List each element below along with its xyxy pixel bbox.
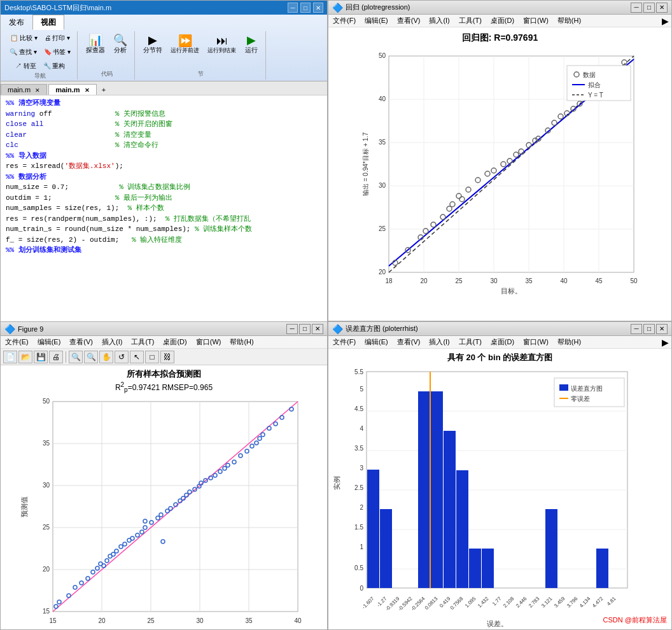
tab1-close[interactable]: ✕ (35, 87, 40, 94)
refactor-button[interactable]: 🔧 重构 (41, 60, 68, 72)
separator (66, 351, 66, 363)
fig9-rotate[interactable]: ↺ (115, 351, 129, 363)
fig9-new[interactable]: 📄 (3, 351, 17, 363)
fig9-brush[interactable]: □ (145, 351, 159, 363)
editor-window-controls: ─ □ ✕ (288, 3, 323, 13)
ribbon-tab-publish[interactable]: 发布 (1, 15, 32, 30)
svg-text:0.5: 0.5 (354, 564, 363, 571)
add-tab-button[interactable]: + (98, 85, 109, 95)
fig9-menu-insert[interactable]: 插入(I) (100, 337, 124, 347)
fig9-menu-desktop[interactable]: 桌面(D) (161, 337, 188, 347)
svg-text:20: 20 (378, 269, 386, 276)
bookmark-button[interactable]: 🔖 书签 ▾ (41, 46, 74, 58)
fig9-zoom-out[interactable]: 🔍 (84, 351, 98, 363)
code-line-6: %% 导入数据 (6, 151, 322, 162)
svg-text:误差直方图: 误差直方图 (571, 385, 603, 392)
fig9-chart-title: 所有样本拟合预测图 (127, 368, 201, 380)
svg-text:-0.2564: -0.2564 (410, 596, 426, 612)
analyze-button[interactable]: 🔍 分析 (110, 32, 130, 57)
fig9-menu-bar: 文件(E) 编辑(E) 查看(V) 插入(I) 工具(T) 桌面(D) 窗口(W… (1, 336, 327, 349)
close-button[interactable]: ✕ (313, 3, 323, 13)
fig9-chart-area: 所有样本拟合预测图 R2p=0.97421 RMSEP=0.965 (1, 365, 327, 628)
fig9-close[interactable]: ✕ (312, 324, 323, 334)
hist-menu-help[interactable]: 帮助(H) (556, 337, 583, 347)
fig9-menu-tools[interactable]: 工具(T) (129, 337, 156, 347)
find-button[interactable]: 🔍 查找 ▾ (7, 46, 39, 58)
hist-menu-tools[interactable]: 工具(T) (457, 337, 484, 347)
profiler-button[interactable]: 📊 探查器 (83, 32, 108, 57)
reg-menu-window[interactable]: 窗口(W) (521, 15, 550, 26)
regression-chart-container: 18 20 25 30 35 40 45 50 20 25 30 35 40 5… (351, 46, 650, 295)
minimize-button[interactable]: ─ (288, 3, 298, 13)
run-button[interactable]: ▶ 运行 (241, 32, 262, 57)
svg-text:25: 25 (378, 225, 386, 232)
svg-rect-155 (418, 391, 430, 588)
fig9-cursor[interactable]: ↖ (130, 351, 144, 363)
fig9-icon: 🔷 (4, 324, 15, 334)
reg-minimize[interactable]: ─ (631, 3, 642, 13)
reg-close[interactable]: ✕ (656, 3, 668, 13)
tab2-close[interactable]: ✕ (85, 87, 90, 94)
hist-menu-window[interactable]: 窗口(W) (521, 337, 550, 347)
reg-maximize[interactable]: □ (643, 3, 655, 13)
hist-menu-view[interactable]: 查看(V) (395, 337, 423, 347)
fig9-menu-file[interactable]: 文件(E) (3, 337, 31, 347)
hist-menu-file[interactable]: 文件(F) (331, 337, 358, 347)
run-section-button[interactable]: ▶ 分节符 (140, 32, 165, 57)
fig9-link[interactable]: ⛓ (160, 351, 174, 363)
hist-maximize[interactable]: □ (643, 324, 655, 334)
svg-text:25: 25 (147, 617, 155, 624)
fig9-title-bar: 🔷 Figure 9 ─ □ ✕ (1, 322, 327, 336)
fig9-maximize[interactable]: □ (299, 324, 311, 334)
run-advance-button[interactable]: ⏩ 运行并前进 (167, 33, 202, 57)
code-tab-1[interactable]: main.m ✕ (1, 84, 47, 95)
figure9-window: 🔷 Figure 9 ─ □ ✕ 文件(E) 编辑(E) 查看(V) 插入(I)… (0, 321, 328, 630)
run-to-end-button[interactable]: ⏭ 运行到结束 (204, 33, 239, 57)
fig9-menu-view[interactable]: 查看(V) (67, 337, 95, 347)
print-button[interactable]: 🖨 打印 ▾ (42, 32, 73, 44)
ribbon-tab-view[interactable]: 视图 (32, 15, 64, 30)
code-line-10: num_size = 0.7; % 训练集占数据集比例 (6, 182, 322, 193)
code-editor[interactable]: %% 清空环境变量 warning off % 关闭报警信息 close all… (1, 95, 327, 325)
fig9-open[interactable]: 📂 (18, 351, 32, 363)
regression-title-bar: 🔷 回归 (plotregression) ─ □ ✕ (328, 1, 671, 15)
hist-menu-edit[interactable]: 编辑(E) (363, 337, 390, 347)
fig9-title: Figure 9 (18, 325, 286, 333)
fig9-menu-help[interactable]: 帮助(H) (228, 337, 255, 347)
reg-menu-insert[interactable]: 插入(I) (427, 15, 451, 26)
fig9-minimize[interactable]: ─ (286, 324, 298, 334)
svg-text:18: 18 (385, 277, 393, 284)
compare-button[interactable]: 📋 比较 ▾ (8, 32, 40, 44)
reg-menu-tools[interactable]: 工具(T) (457, 15, 484, 26)
svg-text:4: 4 (360, 425, 363, 432)
regression-window-controls: ─ □ ✕ (631, 3, 668, 13)
regression-chart-area: 回归图: R=0.97691 (328, 27, 671, 319)
reg-menu-view[interactable]: 查看(V) (395, 15, 423, 26)
fig9-menu-edit[interactable]: 编辑(E) (36, 337, 63, 347)
fig9-svg: 15 20 25 30 35 40 15 20 25 30 35 50 预测值 … (18, 395, 311, 625)
hist-menu-insert[interactable]: 插入(I) (427, 337, 451, 347)
code-tab-2[interactable]: main.m ✕ (48, 84, 97, 95)
reg-menu-file[interactable]: 文件(F) (331, 15, 358, 26)
ribbon-group-run: ▶ 分节符 ⏩ 运行并前进 ⏭ 运行到结束 ▶ 运行 (136, 31, 266, 80)
svg-text:4.5: 4.5 (354, 405, 363, 412)
svg-text:3.121: 3.121 (540, 596, 554, 609)
reg-menu-help[interactable]: 帮助(H) (556, 15, 583, 26)
hist-menu-desktop[interactable]: 桌面(D) (489, 337, 516, 347)
svg-text:拟合: 拟合 (588, 81, 601, 88)
fig9-menu-window[interactable]: 窗口(W) (194, 337, 223, 347)
hist-close[interactable]: ✕ (656, 324, 668, 334)
maximize-button[interactable]: □ (300, 3, 311, 13)
svg-text:35: 35 (378, 139, 386, 146)
fig9-save[interactable]: 💾 (34, 351, 48, 363)
fig9-pan[interactable]: ✋ (99, 351, 113, 363)
reg-menu-desktop[interactable]: 桌面(D) (489, 15, 516, 26)
fig9-zoom-in[interactable]: 🔍 (69, 351, 83, 363)
fig9-print[interactable]: 🖨 (49, 351, 63, 363)
reg-menu-edit[interactable]: 编辑(E) (363, 15, 390, 26)
hist-chart-area: 具有 20 个 bin 的误差直方图 (328, 349, 671, 627)
hist-menu-more[interactable]: ▶ (662, 337, 669, 347)
hist-minimize[interactable]: ─ (631, 324, 642, 334)
goto-button[interactable]: ↗ 转至 (13, 60, 39, 72)
reg-menu-more[interactable]: ▶ (662, 16, 669, 26)
